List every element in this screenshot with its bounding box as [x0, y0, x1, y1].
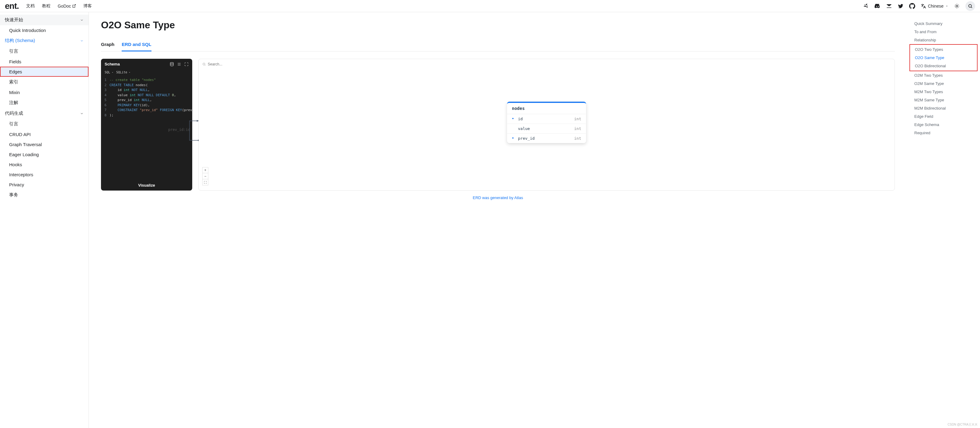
svg-line-5	[958, 7, 958, 8]
erd-table[interactable]: nodes idint valueintprev_idint	[507, 102, 586, 143]
erd-search	[202, 62, 232, 66]
slack-icon[interactable]	[863, 3, 869, 9]
search-button[interactable]	[966, 1, 975, 11]
sidebar-item[interactable]: Hooks	[0, 160, 89, 169]
sql-label: SQL	[105, 70, 110, 74]
svg-point-20	[512, 118, 514, 119]
chevron-down-icon	[80, 39, 84, 43]
toc-item[interactable]: O2M Same Type	[910, 80, 978, 88]
tab-graph[interactable]: Graph	[101, 38, 115, 51]
line-number: 5	[101, 98, 110, 103]
logo[interactable]: ent.	[5, 1, 19, 11]
panels: Schema SQL SQLite	[101, 59, 895, 190]
code-line: 7 CONSTRAINT "prev_id" FOREIGN KEY(prev_…	[101, 108, 192, 113]
sidebar-section-heading[interactable]: 快速开始	[0, 14, 89, 25]
toc-item[interactable]: M2M Same Type	[910, 96, 978, 104]
toc-item[interactable]: Relationship	[910, 36, 978, 44]
toc-item[interactable]: Edge Field	[910, 112, 978, 121]
line-number: 8	[101, 113, 110, 118]
chevron-down-icon	[80, 112, 84, 115]
svg-line-4	[955, 4, 956, 5]
code-line: 1-- create table "nodes"	[101, 78, 192, 83]
fit-button[interactable]	[202, 179, 208, 185]
erd-column-row: idint	[507, 114, 586, 124]
theme-toggle-icon[interactable]	[954, 3, 960, 9]
svg-line-11	[971, 7, 972, 8]
sidebar-item[interactable]: Quick Introduction	[0, 25, 89, 35]
sidebar-item[interactable]: Mixin	[0, 87, 89, 97]
toc-item[interactable]: Edge Schema	[910, 121, 978, 129]
toc: Quick SummaryTo and FromRelationshipO2O …	[907, 12, 980, 428]
sidebar-item[interactable]: Edges	[0, 67, 89, 77]
nav-link-tutorials[interactable]: 教程	[42, 3, 51, 9]
header: ent. 文档 教程 GoDoc 博客 Chinese	[0, 0, 980, 12]
fullscreen-icon[interactable]	[184, 62, 189, 66]
language-selector[interactable]: Chinese	[921, 3, 948, 9]
schema-header: Schema	[101, 59, 192, 69]
sidebar-section-heading[interactable]: 代码生成	[0, 108, 89, 119]
sidebar-item[interactable]: 事务	[0, 190, 89, 200]
toc-item[interactable]: O2M Two Types	[910, 71, 978, 80]
svg-marker-18	[197, 120, 199, 122]
visualize-button[interactable]: Visualize	[101, 180, 192, 190]
sidebar-section-heading[interactable]: 结构 (Schema)	[0, 35, 89, 46]
erd-column-name: id	[518, 117, 572, 121]
nav-link-blog[interactable]: 博客	[83, 3, 92, 9]
toc-item[interactable]: O2O Bidirectional	[910, 62, 977, 70]
toc-item[interactable]: M2M Two Types	[910, 88, 978, 96]
toc-item[interactable]: Quick Summary	[910, 19, 978, 28]
line-number: 7	[101, 108, 110, 113]
erd-panel: prev_id:id nodes idint valueintprev_idin…	[198, 59, 895, 190]
zoom-in-button[interactable]: +	[202, 167, 208, 173]
mail-icon[interactable]	[886, 3, 892, 9]
list-icon[interactable]	[177, 62, 181, 66]
toc-item[interactable]: O2O Same Type	[910, 54, 977, 62]
erd-column-type: int	[574, 126, 581, 131]
toc-item[interactable]: M2M Bidirectional	[910, 104, 978, 112]
db-type-selector[interactable]: SQLite	[116, 70, 131, 74]
twitter-icon[interactable]	[897, 3, 904, 9]
toc-item[interactable]: O2O Two Types	[910, 45, 977, 54]
sidebar: 快速开始Quick Introduction结构 (Schema)引言Field…	[0, 12, 89, 428]
nav-link-label: GoDoc	[58, 4, 71, 8]
sidebar-item[interactable]: 引言	[0, 119, 89, 129]
erd-column-name: value	[518, 126, 572, 131]
nav-link-godoc[interactable]: GoDoc	[58, 4, 76, 8]
sidebar-item[interactable]: 引言	[0, 46, 89, 57]
database-icon[interactable]	[170, 62, 174, 66]
line-content: id int NOT NULL,	[110, 88, 150, 93]
code-line: 5 prev_id int NULL,	[101, 98, 192, 103]
sidebar-item[interactable]: 注解	[0, 97, 89, 108]
tab-erd-sql[interactable]: ERD and SQL	[122, 38, 151, 51]
svg-line-8	[955, 7, 956, 8]
sidebar-item[interactable]: Interceptors	[0, 169, 89, 180]
sidebar-heading-label: 代码生成	[5, 110, 23, 116]
erd-table-name: nodes	[507, 102, 586, 114]
sidebar-item[interactable]: Privacy	[0, 180, 89, 190]
chevron-down-icon	[111, 71, 114, 73]
tabs: Graph ERD and SQL	[101, 38, 895, 51]
toc-highlight-group: O2O Two TypesO2O Same TypeO2O Bidirectio…	[910, 44, 978, 71]
sidebar-item[interactable]: Graph Traversal	[0, 139, 89, 150]
line-content: -- create table "nodes"	[110, 78, 156, 83]
sidebar-item[interactable]: Eager Loading	[0, 150, 89, 160]
svg-point-12	[170, 62, 174, 64]
chevron-down-icon	[80, 18, 84, 22]
line-number: 1	[101, 78, 110, 83]
sidebar-item[interactable]: CRUD API	[0, 129, 89, 139]
self-ref-label: prev_id:id	[168, 128, 190, 132]
zoom-out-button[interactable]: −	[202, 173, 208, 179]
discord-icon[interactable]	[875, 3, 881, 9]
key-icon	[512, 126, 515, 131]
svg-line-0	[74, 5, 76, 6]
key-icon	[512, 118, 515, 121]
nav-link-docs[interactable]: 文档	[26, 3, 35, 9]
sidebar-item[interactable]: 索引	[0, 77, 89, 87]
line-content: PRIMARY KEY(id),	[110, 103, 150, 108]
toc-item[interactable]: To and From	[910, 28, 978, 36]
sidebar-item[interactable]: Fields	[0, 57, 89, 67]
erd-search-input[interactable]	[208, 62, 232, 66]
github-icon[interactable]	[909, 3, 915, 9]
sql-type-selector[interactable]: SQL	[105, 70, 114, 74]
toc-item[interactable]: Required	[910, 129, 978, 137]
